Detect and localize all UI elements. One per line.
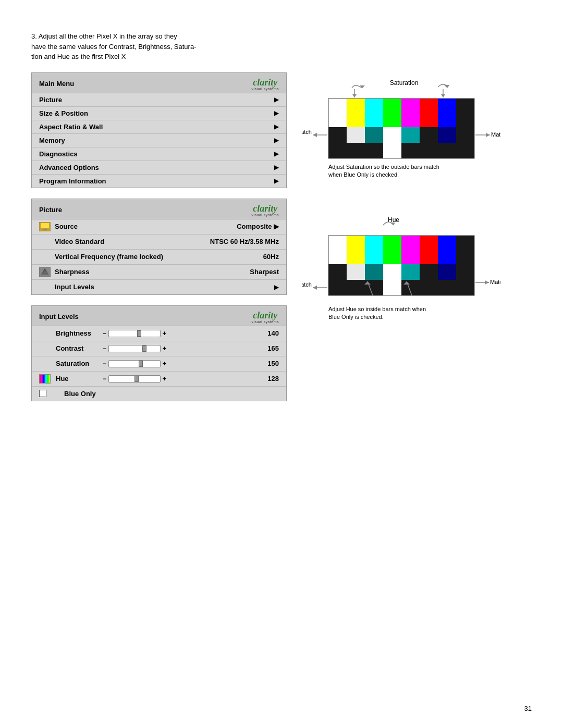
svg-text:Match: Match [491,131,500,138]
menu-arrow-picture: ▶ [274,96,279,103]
left-column: Main Menu clarity visual systems Picture… [31,72,287,412]
picture-item-vertical-freq: Vertical Frequency (frame locked) 60Hz [32,250,286,265]
svg-rect-24 [328,127,347,143]
input-levels-title: Input Levels [39,313,79,320]
brightness-slider[interactable] [108,330,161,337]
svg-rect-56 [420,236,438,264]
svg-text:Match: Match [490,279,500,285]
hue-minus: − [103,375,106,382]
vertical-freq-value: 60Hz [263,253,279,261]
blue-only-checkbox[interactable] [39,390,46,397]
svg-rect-68 [347,280,365,295]
il-hue-row: Hue − + 128 [32,372,286,387]
menu-item-picture[interactable]: Picture ▶ [32,93,286,107]
clarity-logo-il: clarity visual systems [251,310,279,324]
contrast-slider-area: − + [103,345,261,352]
hue-slider-area: − + [103,375,261,382]
input-levels-spacer [39,282,51,292]
svg-rect-63 [401,264,420,280]
menu-arrow-diagnostics: ▶ [274,150,279,157]
input-levels-label: Input Levels [55,283,94,291]
svg-rect-36 [401,143,420,158]
sharpness-icon [39,267,51,277]
hue-thumb [134,376,139,382]
svg-rect-37 [420,143,438,158]
svg-rect-8 [39,359,51,368]
input-levels-arrow: ▶ [274,283,279,291]
svg-rect-39 [456,143,474,158]
saturation-slider-area: − + [103,360,261,367]
svg-rect-17 [347,98,365,127]
menu-arrow-aspect: ▶ [274,123,279,130]
menu-item-advanced[interactable]: Advanced Options ▶ [32,161,286,175]
picture-item-sharpness[interactable]: Sharpness Sharpest [32,265,286,280]
svg-rect-32 [328,143,347,158]
blue-only-row: Blue Only [32,387,286,401]
hue-diagram-svg: Hue [302,215,500,340]
svg-marker-84 [485,280,489,285]
clarity-logo-picture-text: clarity [253,203,277,214]
menu-arrow-advanced: ▶ [274,164,279,171]
menu-item-memory[interactable]: Memory ▶ [32,134,286,147]
svg-rect-65 [438,264,456,280]
svg-rect-73 [438,280,456,295]
brightness-label: Brightness [56,329,103,337]
picture-item-input-levels[interactable]: Input Levels ▶ [32,280,286,294]
menu-item-program-info[interactable]: Program Information ▶ [32,175,286,188]
clarity-logo-main: clarity visual systems [251,77,279,91]
brightness-thumb [137,330,141,337]
menu-item-diagnostics-label: Diagnostics [39,150,78,158]
svg-rect-52 [347,236,365,264]
il-brightness-row: Brightness − + 140 [32,326,286,341]
svg-rect-66 [456,264,474,280]
svg-rect-20 [401,98,420,127]
clarity-logo-il-text: clarity [253,310,277,321]
page-container: 3. Adjust all the other Pixel X in the a… [0,0,563,728]
il-saturation-row: Saturation − + 150 [32,356,286,372]
main-menu-panel: Main Menu clarity visual systems Picture… [31,72,287,188]
svg-rect-60 [347,264,365,280]
svg-rect-54 [383,236,401,264]
svg-text:Blue Only is checked.: Blue Only is checked. [328,314,384,320]
svg-marker-11 [444,85,449,88]
menu-item-size-position-label: Size & Position [39,109,88,117]
hue-slider[interactable] [108,375,161,382]
brightness-value: 140 [261,329,279,337]
menu-item-diagnostics[interactable]: Diagnostics ▶ [32,147,286,161]
svg-rect-18 [365,98,383,127]
intro-text: 3. Adjust all the other Pixel X in the a… [31,31,255,62]
saturation-thumb [139,361,143,367]
svg-rect-55 [401,236,420,264]
video-standard-label: Video Standard [55,238,104,245]
svg-text:Adjust Saturation so the outsi: Adjust Saturation so the outside bars ma… [328,164,439,170]
svg-rect-22 [438,98,456,127]
picture-item-video-standard: Video Standard NTSC 60 Hz/3.58 MHz [32,235,286,250]
input-levels-header: Input Levels clarity visual systems [32,306,286,326]
brightness-minus: − [103,330,106,337]
saturation-slider[interactable] [108,360,161,367]
svg-marker-13 [352,94,357,97]
brightness-slider-area: − + [103,330,261,337]
menu-item-aspect-ratio[interactable]: Aspect Ratio & Wall ▶ [32,120,286,134]
source-icon [39,222,51,231]
contrast-slider[interactable] [108,345,161,352]
menu-item-program-info-label: Program Information [39,177,106,185]
clarity-logo-picture: clarity visual systems [251,203,279,217]
clarity-logo-sub: visual systems [251,87,279,91]
saturation-plus: + [163,360,166,367]
contrast-label: Contrast [56,344,103,352]
main-menu-title: Main Menu [39,80,74,88]
svg-rect-1 [41,223,49,228]
svg-rect-16 [328,98,347,127]
menu-item-size-position[interactable]: Size & Position ▶ [32,107,286,120]
source-value: Composite ▶ [237,223,279,230]
il-contrast-row: Contrast − + 165 [32,341,286,356]
picture-item-source[interactable]: Source Composite ▶ [32,219,286,235]
contrast-value: 165 [261,344,279,352]
hue-plus: + [163,375,166,382]
svg-rect-33 [347,143,365,158]
svg-rect-72 [420,280,438,295]
saturation-icon [39,359,51,368]
menu-arrow-memory: ▶ [274,137,279,144]
source-label: Source [55,223,78,230]
